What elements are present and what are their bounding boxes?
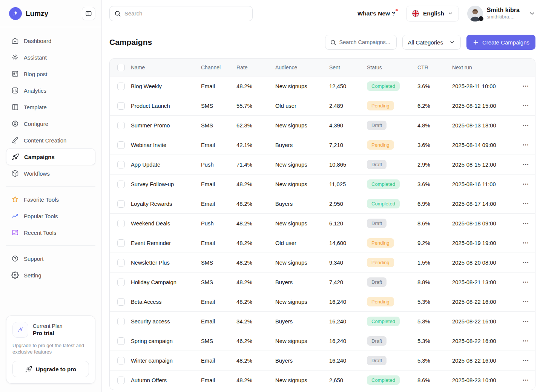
row-actions-button[interactable]: •••	[522, 317, 530, 326]
campaigns-search-input[interactable]	[339, 39, 392, 45]
campaign-sent: 12,450	[329, 83, 367, 89]
table-row[interactable]: Holiday Campaign SMS 48.2% Buyers 7,420 …	[110, 272, 535, 292]
avatar	[467, 6, 483, 21]
row-checkbox[interactable]	[117, 122, 125, 129]
table-row[interactable]: Webinar Invite Email 42.1% Buyers 7,210 …	[110, 135, 535, 155]
column-header-sent[interactable]: Sent	[329, 64, 367, 70]
sidebar-item-configure[interactable]: Configure	[6, 115, 95, 132]
select-all-checkbox[interactable]	[117, 64, 125, 71]
row-actions-button[interactable]: •••	[522, 239, 530, 247]
row-checkbox[interactable]	[117, 239, 125, 247]
column-header-status[interactable]: Status	[367, 64, 417, 70]
table-row[interactable]: Beta Access Email 48.2% New signups 16,2…	[110, 292, 535, 311]
sidebar-item-recent-tools[interactable]: Recent Tools	[6, 224, 95, 241]
sidebar-item-blog-post[interactable]: Blog post	[6, 66, 95, 82]
chevron-down-icon[interactable]	[529, 10, 535, 17]
sidebar-item-dashboard[interactable]: Dashboard	[6, 32, 95, 49]
campaign-channel: Email	[201, 318, 236, 325]
table-row[interactable]: Loyalty Rewards Email 48.2% Buyers 2,950…	[110, 194, 535, 213]
row-actions-button[interactable]: •••	[522, 219, 530, 228]
category-filter[interactable]: All Categories	[402, 35, 461, 50]
create-campaigns-button[interactable]: Create Campaigns	[466, 35, 535, 50]
row-actions-button[interactable]: •••	[522, 199, 530, 208]
app-title: Lumzy	[26, 9, 82, 18]
campaigns-search[interactable]	[325, 35, 397, 50]
row-checkbox[interactable]	[117, 337, 125, 345]
table-row[interactable]: Winter campaign Email 48.2% Buyers 16,24…	[110, 351, 535, 370]
row-checkbox[interactable]	[117, 377, 125, 384]
row-actions-button[interactable]: •••	[522, 356, 530, 365]
row-checkbox[interactable]	[117, 220, 125, 227]
column-header-next-run[interactable]: Next run	[452, 64, 517, 70]
trending-up-icon	[11, 212, 19, 220]
table-row[interactable]: Product Launch SMS 55.7% Old user 2.489 …	[110, 96, 535, 115]
row-actions-button[interactable]: •••	[522, 258, 530, 267]
global-search[interactable]	[109, 6, 253, 21]
campaign-rate: 48.2%	[236, 83, 275, 89]
campaign-name: Winter campaign	[131, 358, 201, 364]
row-actions-button[interactable]: •••	[522, 278, 530, 286]
sidebar-item-content-creation[interactable]: Content Creation	[6, 132, 95, 149]
row-actions-button[interactable]: •••	[522, 180, 530, 188]
sidebar-item-popular-tools[interactable]: Popular Tools	[6, 208, 95, 224]
user-menu[interactable]: Smith kibra smithkibra....	[467, 6, 535, 21]
rocket-icon	[25, 366, 32, 373]
sidebar-item-setting[interactable]: Setting	[6, 267, 95, 283]
column-header-ctr[interactable]: CTR	[417, 64, 452, 70]
row-checkbox[interactable]	[117, 102, 125, 110]
row-actions-button[interactable]: •••	[522, 297, 530, 306]
campaign-next-run: 2025-08-18 09:00	[452, 220, 517, 227]
campaign-ctr: 4.8%	[417, 122, 452, 129]
status-badge: Draft	[367, 160, 387, 169]
row-actions-button[interactable]: •••	[522, 101, 530, 110]
column-header-channel[interactable]: Channel	[201, 64, 236, 70]
table-row[interactable]: Weekend Deals Push 48.2% New signups 6,1…	[110, 213, 535, 233]
campaign-audience: New signups	[275, 220, 329, 227]
row-checkbox[interactable]	[117, 181, 125, 188]
campaign-audience: Buyers	[275, 318, 329, 325]
row-checkbox[interactable]	[117, 357, 125, 364]
table-row[interactable]: Autumn Offers Email 48.2% New signups 2,…	[110, 370, 535, 390]
table-row[interactable]: App Update Push 71.4% New signups 10,865…	[110, 155, 535, 174]
table-row[interactable]: Survey Follow-up Email 48.2% New signups…	[110, 174, 535, 194]
language-selector[interactable]: English	[406, 6, 459, 21]
campaign-ctr: 8.6%	[417, 220, 452, 227]
row-actions-button[interactable]: •••	[522, 141, 530, 149]
table-row[interactable]: Blog Weekly Email 48.2% New signups 12,4…	[110, 76, 535, 96]
sidebar-item-campaigns[interactable]: Campaigns	[6, 149, 95, 165]
table-row[interactable]: Summer Promo SMS 62.3% New signups 4,390…	[110, 115, 535, 135]
row-checkbox[interactable]	[117, 141, 125, 149]
status-badge: Draft	[367, 219, 387, 228]
row-checkbox[interactable]	[117, 259, 125, 266]
row-checkbox[interactable]	[117, 200, 125, 208]
sidebar-toggle-button[interactable]	[82, 7, 95, 20]
column-header-rate[interactable]: Rate	[236, 64, 275, 70]
row-checkbox[interactable]	[117, 161, 125, 168]
whats-new-link[interactable]: What’s New ?	[357, 10, 398, 17]
upgrade-to-pro-button[interactable]: Upgrade to pro	[12, 361, 89, 377]
table-row[interactable]: Event Reminder Email 48.2% Old user 14,6…	[110, 233, 535, 253]
table-row[interactable]: Security access Email 34.2% Buyers 16,24…	[110, 311, 535, 331]
table-row[interactable]: Spring campaign SMS 46.2% New signups 16…	[110, 331, 535, 351]
sidebar-item-support[interactable]: Support	[6, 250, 95, 267]
row-checkbox[interactable]	[117, 83, 125, 90]
sidebar-item-favorite-tools[interactable]: Favorite Tools	[6, 191, 95, 208]
sidebar-item-template[interactable]: Template	[6, 99, 95, 115]
row-actions-button[interactable]: •••	[522, 160, 530, 169]
sidebar-item-assistant[interactable]: Assistant	[6, 49, 95, 66]
column-header-audience[interactable]: Audience	[275, 64, 329, 70]
row-checkbox[interactable]	[117, 298, 125, 306]
row-actions-button[interactable]: •••	[522, 82, 530, 90]
campaign-channel: SMS	[201, 279, 236, 285]
search-input[interactable]	[124, 10, 248, 17]
row-checkbox[interactable]	[117, 318, 125, 325]
row-actions-button[interactable]: •••	[522, 121, 530, 130]
column-header-name[interactable]: Name	[131, 64, 201, 70]
row-checkbox[interactable]	[117, 279, 125, 286]
sidebar-item-workflows[interactable]: Workflows	[6, 165, 95, 182]
sidebar-item-analytics[interactable]: Analytics	[6, 82, 95, 99]
row-actions-button[interactable]: •••	[522, 376, 530, 384]
table-row[interactable]: Newsletter Plus SMS 48.2% New signups 9,…	[110, 253, 535, 272]
row-actions-button[interactable]: •••	[522, 337, 530, 345]
campaign-rate: 62.3%	[236, 122, 275, 129]
